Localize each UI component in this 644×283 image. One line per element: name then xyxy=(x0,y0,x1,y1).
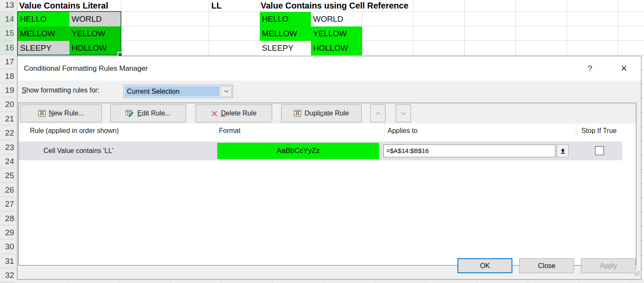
applies-to-input[interactable]: =$A$14:$B$16 xyxy=(383,144,555,157)
gridline xyxy=(566,0,567,55)
delete-rule-label: Delete Rule xyxy=(221,110,257,117)
cell-G16[interactable]: HOLLOW xyxy=(311,41,362,55)
row-header-14[interactable]: 14 xyxy=(0,12,14,26)
show-formatting-rules-label: Show formatting rules for: xyxy=(22,84,99,97)
conditional-formatting-rules-manager-dialog: Conditional Formatting Rules Manager ? ✕… xyxy=(17,56,641,280)
cell-G14[interactable]: WORLD xyxy=(311,12,362,26)
row-header-31[interactable]: 31 xyxy=(0,254,14,268)
stop-if-true-checkbox[interactable] xyxy=(595,146,604,155)
chevron-up-icon xyxy=(375,112,381,115)
row-header-22[interactable]: 22 xyxy=(0,126,14,140)
sheet-strip-right xyxy=(641,56,644,283)
dialog-title: Conditional Formatting Rules Manager xyxy=(24,56,148,81)
dialog-titlebar: Conditional Formatting Rules Manager ? ✕ xyxy=(17,56,641,81)
column-header-stop-if-true: Stop If True xyxy=(581,124,617,138)
chevron-down-icon xyxy=(401,112,406,115)
gridline xyxy=(618,0,618,55)
column-separator xyxy=(384,124,385,138)
cell-G15[interactable]: YELLOW xyxy=(311,26,362,41)
row-header-25[interactable]: 25 xyxy=(0,168,14,182)
row-header-29[interactable]: 29 xyxy=(0,225,14,240)
cell-B16[interactable]: HOLLOW xyxy=(69,41,121,55)
close-icon[interactable]: ✕ xyxy=(617,61,631,76)
row-header-13[interactable]: 13 xyxy=(0,0,14,12)
row-header-24[interactable]: 24 xyxy=(0,154,14,168)
row-header-23[interactable]: 23 xyxy=(0,140,14,154)
gridline xyxy=(209,0,209,55)
row-header-21[interactable]: 21 xyxy=(0,112,14,126)
new-rule-button[interactable]: New Rule... xyxy=(20,104,102,122)
row-header-15[interactable]: 15 xyxy=(0,26,14,40)
gridline xyxy=(413,0,414,55)
duplicate-rule-grid-icon xyxy=(294,110,301,117)
dropdown-selected-value: Current Selection xyxy=(125,86,220,97)
cell-A15[interactable]: MELLOW xyxy=(18,26,69,41)
row-header-column: 1314151617181920212223242526272829303132 xyxy=(0,0,17,283)
range-picker-button[interactable] xyxy=(557,144,569,157)
cell-F15[interactable]: MELLOW xyxy=(260,26,311,41)
row-header-18[interactable]: 18 xyxy=(0,69,14,83)
move-rule-up-button[interactable] xyxy=(370,104,385,122)
edit-rule-label: Edit Rule... xyxy=(137,110,170,117)
new-rule-label: New Rule... xyxy=(49,110,84,117)
cell-B14[interactable]: WORLD xyxy=(69,12,121,26)
column-separator xyxy=(576,124,576,138)
row-header-20[interactable]: 20 xyxy=(0,97,14,111)
gridline xyxy=(464,0,465,55)
column-header-applies-to: Applies to xyxy=(388,124,417,138)
column-header-format: Format xyxy=(219,124,241,138)
sheet-strip-bottom xyxy=(17,280,644,283)
label-rest: how formatting rules for: xyxy=(26,87,100,94)
edit-rule-button[interactable]: Edit Rule... xyxy=(110,104,186,122)
row-header-17[interactable]: 17 xyxy=(0,55,14,69)
resize-grip[interactable] xyxy=(634,270,640,278)
help-icon[interactable]: ? xyxy=(583,61,597,76)
close-button[interactable]: Close xyxy=(519,258,574,273)
rules-toolbar: New Rule... Edit Rule... Delete Rule Dup… xyxy=(19,103,636,124)
row-header-28[interactable]: 28 xyxy=(0,211,14,225)
row-header-26[interactable]: 26 xyxy=(0,183,14,197)
cell-A16[interactable]: SLEEPY xyxy=(18,41,69,55)
excel-sheet-with-dialog: 1314151617181920212223242526272829303132… xyxy=(0,0,644,283)
ok-button[interactable]: OK xyxy=(457,258,512,273)
delete-x-icon xyxy=(211,110,218,117)
column-separator xyxy=(216,124,216,138)
collapse-dialog-icon xyxy=(560,148,566,154)
row-header-27[interactable]: 27 xyxy=(0,197,14,211)
cell-d13-title[interactable]: LL xyxy=(211,0,224,12)
cell-F16[interactable]: SLEEPY xyxy=(260,41,311,55)
delete-rule-button[interactable]: Delete Rule xyxy=(196,104,272,122)
duplicate-rule-label: Duplicate Rule xyxy=(305,110,349,117)
format-preview: AaBbCcYyZz xyxy=(217,143,379,159)
cell-A14[interactable]: HELLO xyxy=(18,12,69,26)
row-header-30[interactable]: 30 xyxy=(0,240,14,254)
cell-B15[interactable]: YELLOW xyxy=(69,26,121,41)
duplicate-rule-button[interactable]: Duplicate Rule xyxy=(281,104,362,122)
gridline xyxy=(515,0,516,55)
edit-rule-icon xyxy=(126,110,134,117)
gridline xyxy=(121,0,121,55)
row-header-32[interactable]: 32 xyxy=(0,268,14,282)
chevron-down-icon[interactable] xyxy=(221,86,232,97)
cell-a13-title[interactable]: Value Contains Literal xyxy=(19,0,111,12)
rule-row-selected[interactable]: Cell Value contains 'LL' AaBbCcYyZz =$A$… xyxy=(19,142,622,160)
show-rules-for-dropdown[interactable]: Current Selection xyxy=(124,85,233,98)
cell-f13-title[interactable]: Value Contains using Cell Reference xyxy=(261,0,411,12)
cell-F14[interactable]: HELLO xyxy=(260,12,311,26)
rule-description: Cell Value contains 'LL' xyxy=(43,142,113,160)
accel-letter: S xyxy=(22,87,26,94)
rules-box: New Rule... Edit Rule... Delete Rule Dup… xyxy=(18,103,636,266)
row-header-19[interactable]: 19 xyxy=(0,83,14,97)
row-header-16[interactable]: 16 xyxy=(0,40,14,55)
new-rule-grid-icon xyxy=(38,110,46,117)
column-header-rule: Rule (applied in order shown) xyxy=(30,124,119,138)
move-rule-down-button[interactable] xyxy=(396,104,411,122)
apply-button[interactable]: Apply xyxy=(581,258,636,273)
